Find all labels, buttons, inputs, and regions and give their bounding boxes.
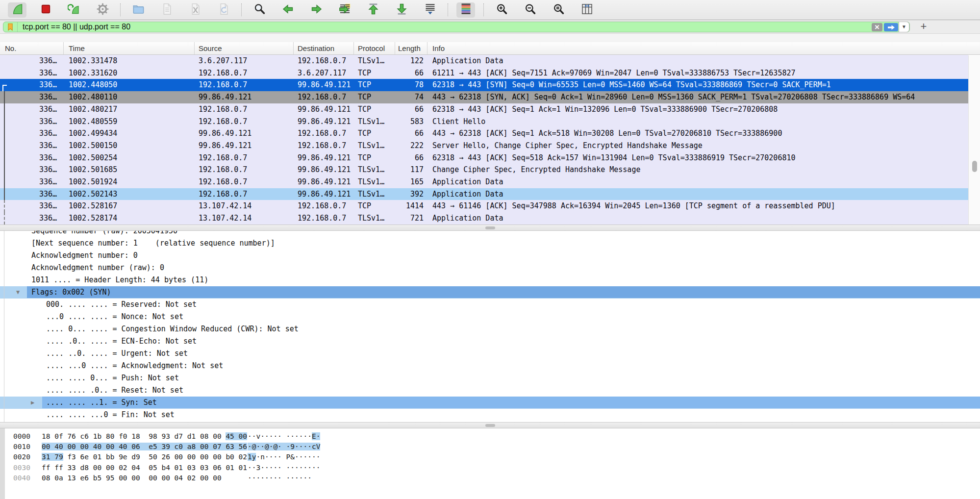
cell-proto: TLSv1… bbox=[354, 212, 395, 225]
packet-row[interactable]: 336…1002.501685192.168.0.799.86.49.121TL… bbox=[0, 164, 968, 176]
packet-list-scrollbar[interactable] bbox=[968, 55, 980, 225]
clear-filter-button[interactable]: ✕ bbox=[872, 23, 882, 31]
splitter-details-bytes[interactable] bbox=[0, 422, 980, 428]
cell-len: 66 bbox=[395, 127, 427, 140]
expander-closed-icon[interactable]: ▶ bbox=[31, 397, 34, 409]
hex-span: 45 00 bbox=[226, 432, 247, 440]
cell-len: 117 bbox=[395, 164, 427, 176]
go-to-packet-button[interactable] bbox=[335, 2, 354, 18]
column-header-source[interactable]: Source bbox=[195, 42, 294, 54]
zoom-out-button[interactable] bbox=[521, 2, 539, 18]
cell-time: 1002.501924 bbox=[64, 176, 195, 188]
first-packet-button[interactable] bbox=[364, 2, 382, 18]
hex-row[interactable]: 004008 0a 13 e6 b5 95 00 00 00 00 04 02 … bbox=[13, 473, 980, 483]
detail-row[interactable]: .... .0.. .... = ECN-Echo: Not set bbox=[0, 335, 980, 348]
packet-bytes-pane: 000018 0f 76 c6 1b 80 f0 18 98 93 d7 d1 … bbox=[0, 428, 980, 499]
start-capture-button[interactable] bbox=[8, 2, 26, 18]
cell-proto: TCP bbox=[354, 127, 395, 140]
cell-src: 99.86.49.121 bbox=[195, 91, 294, 103]
column-header-info[interactable]: Info bbox=[427, 42, 980, 54]
auto-scroll-button[interactable] bbox=[421, 2, 439, 18]
hex-row[interactable]: 0030ff ff 33 d8 00 00 02 04 05 b4 01 03 … bbox=[13, 463, 980, 473]
hex-row[interactable]: 000018 0f 76 c6 1b 80 f0 18 98 93 d7 d1 … bbox=[13, 431, 980, 442]
detail-row[interactable]: Acknowledgment number (raw): 0 bbox=[0, 262, 980, 274]
stop-capture-button[interactable] bbox=[36, 2, 55, 18]
zoom-out-icon bbox=[524, 2, 537, 18]
apply-arrow-icon bbox=[887, 25, 895, 30]
packet-row[interactable]: 336…1002.48011099.86.49.121192.168.0.7TC… bbox=[0, 91, 968, 103]
packet-row[interactable]: 336…1002.501924192.168.0.799.86.49.121TL… bbox=[0, 176, 968, 188]
reload-file-button[interactable] bbox=[214, 2, 233, 18]
capture-options-button[interactable] bbox=[93, 2, 112, 18]
cell-info: 62318 → 443 [ACK] Seq=518 Ack=157 Win=13… bbox=[427, 152, 796, 164]
display-filter-input[interactable]: tcp.port == 80 || udp.port == 80 ✕ ▼ bbox=[3, 22, 910, 32]
detail-row[interactable]: [Next sequence number: 1 (relative seque… bbox=[0, 237, 980, 250]
restart-capture-button[interactable] bbox=[65, 2, 83, 18]
detail-row[interactable]: .... ..0. .... = Urgent: Not set bbox=[0, 348, 980, 360]
apply-filter-button[interactable] bbox=[884, 23, 898, 31]
packet-row[interactable]: 336…1002.480217192.168.0.799.86.49.121TC… bbox=[0, 103, 968, 116]
packet-row[interactable]: 336…1002.480559192.168.0.799.86.49.121TL… bbox=[0, 116, 968, 128]
detail-text: Flags: 0x002 (SYN) bbox=[31, 286, 980, 299]
find-packet-button[interactable] bbox=[250, 2, 269, 18]
detail-row[interactable]: ▼Flags: 0x002 (SYN) bbox=[0, 286, 980, 299]
bookmark-icon[interactable] bbox=[6, 23, 15, 31]
packet-row[interactable]: 336…1002.500254192.168.0.799.86.49.121TC… bbox=[0, 152, 968, 164]
detail-row[interactable]: 000. .... .... = Reserved: Not set bbox=[0, 299, 980, 311]
detail-row[interactable]: Acknowledgment number: 0 bbox=[0, 250, 980, 262]
packet-row[interactable]: 336…1002.52816713.107.42.14192.168.0.7TC… bbox=[0, 200, 968, 212]
previous-packet-button[interactable] bbox=[278, 2, 297, 18]
hex-row[interactable]: 001000 40 00 00 40 00 40 06 e5 39 c0 a8 … bbox=[13, 442, 980, 452]
splitter-grip-icon[interactable] bbox=[485, 424, 495, 427]
packet-row[interactable]: 336…1002.331620192.168.0.73.6.207.117TCP… bbox=[0, 67, 968, 79]
detail-row[interactable]: ...0 .... .... = Nonce: Not set bbox=[0, 311, 980, 323]
scrollbar-thumb[interactable] bbox=[972, 161, 977, 172]
cell-time: 1002.499434 bbox=[64, 127, 195, 140]
column-header-no[interactable]: No. bbox=[0, 42, 64, 54]
zoom-in-button[interactable] bbox=[492, 2, 511, 18]
packet-row[interactable]: 336…1002.50015099.86.49.121192.168.0.7TL… bbox=[0, 140, 968, 152]
detail-row[interactable]: .... .... ...0 = Fin: Not set bbox=[0, 409, 980, 421]
packet-row[interactable]: 336…1002.52817413.107.42.14192.168.0.7TL… bbox=[0, 212, 968, 225]
detail-row[interactable]: .... .... 0... = Push: Not set bbox=[0, 372, 980, 384]
filter-dropdown-button[interactable]: ▼ bbox=[899, 22, 909, 32]
cell-dst: 192.168.0.7 bbox=[294, 91, 354, 103]
colorize-packets-button[interactable] bbox=[456, 2, 475, 18]
detail-row[interactable]: .... ...0 .... = Acknowledgment: Not set bbox=[0, 360, 980, 372]
detail-row[interactable]: Sequence number (raw): 2005041950 bbox=[0, 231, 980, 237]
cell-src: 192.168.0.7 bbox=[195, 188, 294, 200]
column-header-destination[interactable]: Destination bbox=[294, 42, 354, 54]
display-filter-text[interactable]: tcp.port == 80 || udp.port == 80 bbox=[23, 23, 130, 31]
packet-details-pane: Sequence number (raw): 2005041950[Next s… bbox=[0, 231, 980, 422]
cell-proto: TLSv1… bbox=[354, 188, 395, 200]
zoom-original-button[interactable] bbox=[549, 2, 568, 18]
cell-info: Application Data bbox=[427, 212, 503, 225]
hex-row[interactable]: 002031 79 f3 6e 01 bb 9e d9 50 26 00 00 … bbox=[13, 452, 980, 462]
splitter-list-details[interactable] bbox=[0, 225, 980, 231]
resize-columns-button[interactable] bbox=[578, 2, 596, 18]
open-file-button[interactable] bbox=[129, 2, 148, 18]
cell-time: 1002.500150 bbox=[64, 140, 195, 152]
last-packet-button[interactable] bbox=[392, 2, 411, 18]
hex-offset: 0020 bbox=[13, 452, 31, 462]
detail-row[interactable]: 1011 .... = Header Length: 44 bytes (11) bbox=[0, 274, 980, 286]
packet-row[interactable]: 336…1002.3314783.6.207.117192.168.0.7TLS… bbox=[0, 55, 968, 67]
save-file-button[interactable] bbox=[157, 2, 176, 18]
expander-open-icon[interactable]: ▼ bbox=[16, 286, 20, 299]
close-file-button[interactable] bbox=[186, 2, 204, 18]
packet-row[interactable]: 336…1002.502143192.168.0.799.86.49.121TL… bbox=[0, 188, 968, 200]
column-header-protocol[interactable]: Protocol bbox=[354, 42, 395, 54]
packet-row[interactable]: 336…1002.49943499.86.49.121192.168.0.7TC… bbox=[0, 127, 968, 140]
column-header-length[interactable]: Length bbox=[395, 42, 427, 54]
cell-src: 99.86.49.121 bbox=[195, 127, 294, 140]
column-header-time[interactable]: Time bbox=[64, 42, 195, 54]
cell-no: 336… bbox=[0, 79, 64, 91]
detail-row[interactable]: ▶.... .... ..1. = Syn: Set bbox=[0, 397, 980, 409]
packet-row[interactable]: 336…1002.448050192.168.0.799.86.49.121TC… bbox=[0, 79, 968, 91]
cell-no: 336… bbox=[0, 103, 64, 116]
splitter-grip-icon[interactable] bbox=[485, 226, 495, 229]
detail-row[interactable]: .... 0... .... = Congestion Window Reduc… bbox=[0, 323, 980, 335]
detail-row[interactable]: .... .... .0.. = Reset: Not set bbox=[0, 384, 980, 397]
add-filter-button[interactable]: + bbox=[918, 22, 930, 32]
next-packet-button[interactable] bbox=[307, 2, 326, 18]
